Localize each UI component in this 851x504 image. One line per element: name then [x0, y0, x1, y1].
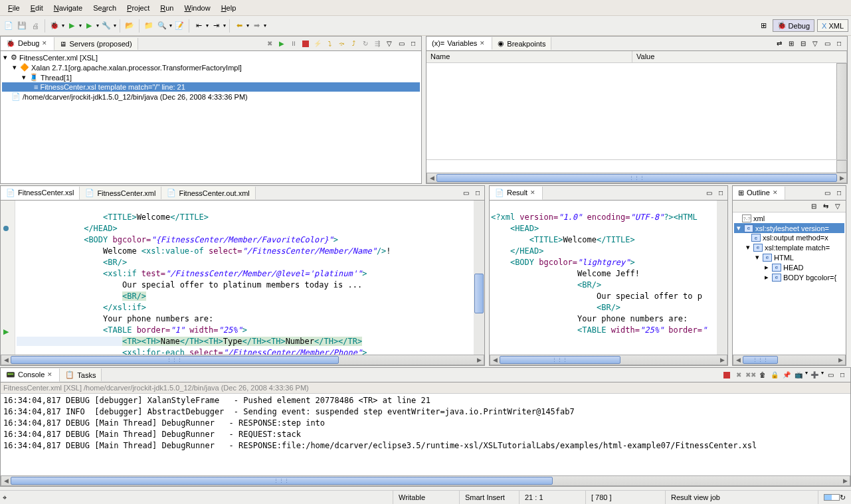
tab-fitnesscenter-out-xml[interactable]: 📄FitnessCenter.out.xml — [161, 187, 255, 199]
menu-project[interactable]: Project — [122, 1, 155, 15]
maximize-button[interactable]: □ — [472, 188, 483, 199]
minimize-button[interactable]: ▭ — [396, 39, 407, 49]
outline-item-body[interactable]: ▸e BODY bgcolor={ — [734, 272, 844, 282]
outline-collapse-button[interactable]: ⊟ — [808, 201, 819, 212]
display-selected-button[interactable]: 📺 — [793, 370, 804, 380]
col-value[interactable]: Value — [632, 51, 847, 62]
scrollbar-vertical[interactable] — [836, 63, 847, 162]
menu-edit[interactable]: Edit — [25, 1, 48, 15]
tab-fitnesscenter-xml[interactable]: 📄FitnessCenter.xml — [80, 187, 161, 199]
outline-item-output[interactable]: e xsl:output method=x — [734, 233, 844, 242]
debug-button[interactable] — [48, 20, 60, 32]
tab-variables[interactable]: (x)= Variables ✕ — [426, 37, 492, 50]
step-return-button[interactable]: ⤴ — [348, 39, 359, 49]
col-name[interactable]: Name — [426, 51, 632, 62]
maximize-button[interactable]: □ — [834, 39, 844, 49]
debug-process-item[interactable]: ▾🔶 Xalan 2.7.1[org.apache.xalan.processo… — [2, 62, 420, 72]
step-over-button[interactable]: ⤼ — [336, 39, 347, 49]
outline-item-template[interactable]: ▾e xsl:template match= — [734, 242, 844, 252]
open-perspective-button[interactable]: ⊞ — [758, 19, 770, 31]
menu-help[interactable]: Help — [216, 1, 242, 15]
breakpoint-marker[interactable] — [3, 226, 9, 231]
save-button[interactable]: 💾 — [16, 20, 28, 32]
close-icon[interactable]: ✕ — [47, 371, 54, 378]
status-progress[interactable]: ↻ — [818, 491, 851, 504]
scrollbar-horizontal[interactable]: ◀⋮⋮⋮▶ — [426, 173, 847, 183]
maximize-button[interactable]: □ — [715, 188, 726, 199]
debug-java-process-item[interactable]: 📄 /home/dcarver/jrockit-jdk1.5.0_12/bin/… — [2, 92, 420, 102]
clear-console-button[interactable]: 🗑 — [757, 370, 768, 380]
scrollbar-horizontal[interactable]: ◀⋮⋮⋮▶ — [1, 355, 484, 365]
external-tools-button[interactable]: 🔧 — [100, 20, 112, 32]
debug-thread-item[interactable]: ▾🧵 Thread[1] — [2, 72, 420, 82]
drop-frame-button[interactable]: ↻ — [360, 39, 371, 49]
step-into-button[interactable]: ⤵ — [324, 39, 335, 49]
outline-menu-button[interactable]: ▽ — [832, 201, 843, 212]
run-last-button[interactable]: ▶ — [83, 20, 95, 32]
open-type-button[interactable]: 📁 — [143, 20, 155, 32]
scrollbar-vertical[interactable] — [474, 201, 484, 355]
perspective-xml[interactable]: X XML — [817, 19, 848, 32]
tab-console[interactable]: 📟 Console ✕ — [1, 369, 60, 382]
minimize-button[interactable]: ▭ — [822, 39, 832, 49]
resume-button[interactable]: ▶ — [276, 39, 287, 49]
console-output[interactable]: 16:34:04,817 DEBUG [debugger] XalanStyle… — [1, 394, 850, 475]
debug-launch-item[interactable]: ▾⚙ FitnessCenter.xml [XSL] — [2, 52, 420, 62]
outline-item-head[interactable]: ▸e HEAD — [734, 262, 844, 272]
editor-gutter[interactable]: ▶ — [1, 201, 15, 355]
view-menu-button[interactable]: ▽ — [810, 39, 820, 49]
maximize-button[interactable]: □ — [408, 39, 419, 49]
minimize-button[interactable]: ▭ — [825, 370, 836, 380]
suspend-button[interactable]: ⏸ — [288, 39, 299, 49]
tab-breakpoints[interactable]: ◉ Breakpoints — [492, 37, 551, 50]
terminate-button[interactable] — [300, 39, 311, 49]
show-logical-button[interactable]: ⊞ — [786, 39, 797, 49]
new-button[interactable]: 📄 — [3, 20, 15, 32]
close-icon[interactable]: ✕ — [480, 40, 486, 46]
scrollbar-vertical[interactable] — [836, 160, 847, 173]
menu-run[interactable]: Run — [155, 1, 179, 15]
scrollbar-horizontal[interactable]: ◀⋮⋮⋮▶ — [490, 355, 727, 365]
scrollbar-horizontal[interactable]: ◀⋮⋮⋮▶ — [1, 475, 850, 486]
menu-search[interactable]: Search — [88, 1, 122, 15]
annotate-button[interactable]: 📝 — [173, 20, 185, 32]
menu-file[interactable]: FFileile — [3, 1, 25, 15]
close-icon[interactable]: ✕ — [42, 40, 48, 46]
perspective-debug[interactable]: Debug — [773, 19, 814, 32]
outline-item-stylesheet[interactable]: ▾e xsl:stylesheet version= — [734, 223, 844, 233]
tab-servers[interactable]: Servers (proposed) — [54, 38, 138, 50]
tab-outline[interactable]: ⊞ Outline ✕ — [733, 187, 785, 200]
search-button[interactable]: 🔍 — [156, 20, 168, 32]
terminate-button[interactable] — [721, 370, 732, 380]
tab-result[interactable]: 📄Result ✕ — [490, 187, 543, 200]
print-button[interactable]: 🖨 — [29, 20, 41, 32]
minimize-button[interactable]: ▭ — [460, 188, 471, 199]
tab-fitnesscenter-xsl[interactable]: 📄FitnessCenter.xsl — [1, 187, 80, 200]
step-filters-button[interactable]: ⇶ — [372, 39, 383, 49]
result-content[interactable]: <?xml version="1.0" encoding="UTF-8"?><H… — [490, 201, 727, 355]
status-icon[interactable]: ⌖ — [0, 492, 9, 503]
outline-item-html[interactable]: ▾e HTML — [734, 252, 844, 262]
scrollbar-vertical[interactable] — [717, 201, 727, 355]
close-icon[interactable]: ✕ — [530, 189, 537, 196]
maximize-button[interactable]: □ — [834, 188, 844, 199]
outline-link-button[interactable]: ⇆ — [820, 201, 831, 212]
remove-launch-button[interactable]: ✖ — [733, 370, 744, 380]
back-button[interactable]: ⬅ — [233, 20, 245, 32]
scroll-lock-button[interactable]: 🔒 — [769, 370, 780, 380]
minimize-button[interactable]: ▭ — [822, 188, 832, 199]
menu-navigate[interactable]: Navigate — [48, 1, 88, 15]
remove-all-button[interactable]: ✖✖ — [745, 370, 756, 380]
remove-terminated-button[interactable]: ✖ — [264, 39, 275, 49]
debug-frame-item[interactable]: ≡ FitnessCenter.xsl template match="/" l… — [2, 82, 420, 92]
nav-prev-button[interactable]: ⇤ — [193, 20, 205, 32]
collapse-all-button[interactable]: ⊟ — [798, 39, 808, 49]
nav-next-button[interactable]: ⇥ — [210, 20, 222, 32]
show-type-names-button[interactable]: ⇄ — [774, 39, 785, 49]
run-button[interactable]: ▶ — [66, 20, 78, 32]
tab-tasks[interactable]: 📋 Tasks — [60, 369, 102, 381]
disconnect-button[interactable]: ⚡ — [312, 39, 323, 49]
code-editor[interactable]: ▶ <TITLE>Welcome</TITLE> </HEAD> <BODY b… — [1, 201, 484, 355]
maximize-button[interactable]: □ — [837, 370, 848, 380]
scrollbar-horizontal[interactable]: ◀⋮⋮⋮▶ — [733, 355, 846, 365]
